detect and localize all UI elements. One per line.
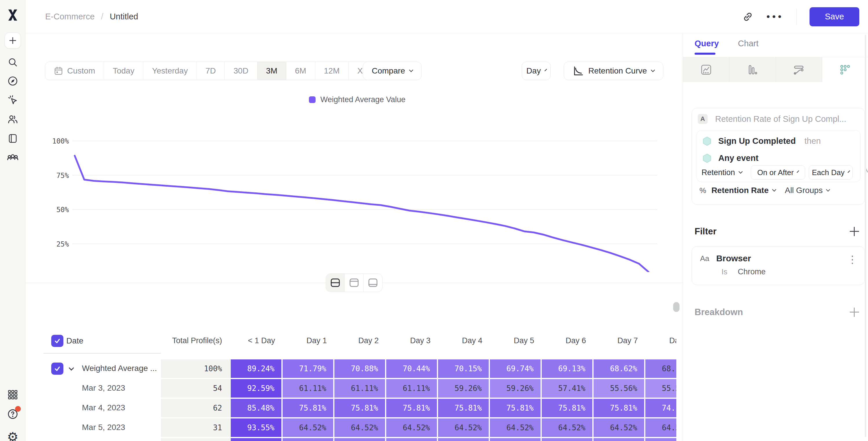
range-3m[interactable]: 3M (257, 62, 286, 80)
retention-cell[interactable]: 64.52% (645, 418, 676, 437)
breadcrumb-workspace[interactable]: E-Commerce (45, 12, 95, 22)
event-b-name[interactable]: Any event (718, 153, 758, 163)
retention-cell[interactable]: 70.88% (334, 359, 385, 378)
bucket-dropdown[interactable]: Each Day (809, 165, 852, 180)
retention-cell[interactable]: 89.36% (231, 438, 281, 441)
retention-cell[interactable]: 55.56% (645, 379, 676, 398)
range-30d[interactable]: 30D (225, 62, 257, 80)
retention-cell[interactable]: 75.81% (490, 399, 540, 417)
column-header--1-day[interactable]: < 1 Day (231, 336, 275, 345)
table-scrollbar-thumb[interactable] (673, 302, 680, 312)
retention-cell[interactable]: 74.19% (645, 399, 676, 417)
query-title[interactable]: Retention Rate of Sign Up Compl... (715, 114, 846, 124)
column-header-day-1[interactable]: Day 1 (283, 336, 327, 345)
filter-value[interactable]: Chrome (738, 267, 766, 276)
retention-table[interactable]: DateTotal Profile(s)< 1 DayDay 1Day 2Day… (26, 298, 676, 441)
retention-cell[interactable]: 70.15% (438, 359, 489, 378)
window-scrollbar[interactable] (865, 35, 866, 437)
retention-cell[interactable]: 64.52% (438, 418, 489, 437)
layout-split-button[interactable] (326, 274, 345, 292)
new-report-button[interactable] (5, 32, 21, 49)
range-yesterday[interactable]: Yesterday (143, 62, 197, 80)
column-header-day-7[interactable]: Day 7 (593, 336, 638, 345)
settings-gear-icon[interactable]: ⚙ (7, 431, 18, 441)
row-label[interactable]: Mar 3, 2023 (82, 383, 157, 393)
retention-cell[interactable]: 75.81% (593, 399, 644, 417)
total-profiles-cell[interactable]: 54 (161, 379, 231, 398)
event-a-name[interactable]: Sign Up Completed (718, 136, 796, 146)
retention-cell[interactable]: 63.83% (438, 438, 489, 441)
total-profiles-cell[interactable]: 47 (161, 438, 231, 441)
retention-cell[interactable]: 75.81% (334, 399, 385, 417)
retention-cell[interactable]: 92.59% (231, 379, 281, 398)
more-options-icon[interactable]: ••• (766, 11, 784, 22)
compass-icon[interactable] (7, 75, 18, 87)
retention-cell[interactable]: 69.13% (542, 359, 592, 378)
search-icon[interactable] (7, 57, 18, 67)
filter-property[interactable]: Browser (716, 253, 751, 263)
retention-cell[interactable]: 68.09% (283, 438, 333, 441)
column-header-total[interactable]: Total Profile(s) (161, 336, 222, 345)
select-all-checkbox[interactable] (51, 335, 63, 347)
retention-cell[interactable]: 61.11% (386, 379, 437, 398)
breadcrumb-report-title[interactable]: Untitled (110, 12, 138, 22)
total-profiles-cell[interactable]: 100% (161, 359, 231, 378)
retention-cell[interactable]: 64.52% (283, 418, 333, 437)
group-icon[interactable] (7, 153, 19, 164)
retention-cell[interactable]: 63.83% (490, 438, 540, 441)
measure-dropdown[interactable]: Retention Rate (711, 186, 776, 195)
filter-card[interactable]: Aa Browser ⋮ Is Chrome (692, 246, 865, 285)
add-filter-button[interactable] (849, 226, 860, 237)
range-7d[interactable]: 7D (197, 62, 225, 80)
tab-chart[interactable]: Chart (738, 39, 758, 55)
range-custom[interactable]: Custom (45, 62, 104, 80)
cursor-click-icon[interactable] (7, 95, 18, 106)
retention-cell[interactable]: 65.96% (334, 438, 385, 441)
range-today[interactable]: Today (104, 62, 143, 80)
viz-tab-retention-grid[interactable] (822, 57, 868, 82)
notebook-icon[interactable] (7, 133, 18, 144)
retention-cell[interactable]: 64.52% (386, 418, 437, 437)
tab-query[interactable]: Query (694, 39, 719, 55)
filter-menu-icon[interactable]: ⋮ (847, 253, 858, 265)
range-12m[interactable]: 12M (315, 62, 349, 80)
apps-grid-icon[interactable] (7, 389, 18, 400)
retention-cell[interactable]: 75.81% (542, 399, 592, 417)
retention-cell[interactable]: 70.44% (386, 359, 437, 378)
retention-cell[interactable]: 63.83% (542, 438, 592, 441)
retention-curve-chart[interactable]: 0%25%50%75%100%< 1 DayDay 5Day 10Day 15D… (26, 95, 683, 272)
column-header-day-4[interactable]: Day 4 (438, 336, 482, 345)
column-header-day-2[interactable]: Day 2 (334, 336, 379, 345)
retention-cell[interactable]: 64.52% (593, 418, 644, 437)
retention-cell[interactable]: 75.81% (386, 399, 437, 417)
share-link-icon[interactable] (742, 11, 754, 23)
save-button[interactable]: Save (809, 7, 859, 26)
retention-cell[interactable]: 71.79% (283, 359, 333, 378)
layout-bottom-button[interactable] (364, 274, 382, 292)
retention-cell[interactable]: 75.81% (283, 399, 333, 417)
add-breakdown-button[interactable] (849, 307, 860, 317)
filter-operator[interactable]: Is (721, 267, 727, 276)
row-label[interactable]: Weighted Average ... (82, 364, 157, 374)
retention-dropdown[interactable]: Retention (702, 168, 742, 177)
compare-button[interactable]: Compare (363, 62, 422, 80)
retention-cell[interactable]: 75.81% (438, 399, 489, 417)
retention-cell[interactable]: 55.56% (593, 379, 644, 398)
column-header-date[interactable]: Date (66, 336, 83, 346)
viz-tab-line-chart[interactable] (683, 57, 729, 82)
help-icon[interactable] (7, 408, 19, 420)
expand-chevron-icon[interactable] (69, 365, 74, 370)
users-icon[interactable] (7, 114, 18, 125)
column-header-day-3[interactable]: Day 3 (386, 336, 431, 345)
retention-cell[interactable]: 64.52% (542, 418, 592, 437)
retention-cell[interactable]: 68.62% (593, 359, 644, 378)
row-label[interactable]: Mar 4, 2023 (82, 403, 157, 413)
retention-cell[interactable]: 64.52% (490, 418, 540, 437)
operator-dropdown[interactable]: On or After (751, 165, 805, 180)
retention-cell[interactable]: 89.24% (231, 359, 281, 378)
retention-cell[interactable]: 57.41% (542, 379, 592, 398)
retention-cell[interactable]: 93.55% (231, 418, 281, 437)
chart-type-button[interactable]: Retention Curve (564, 62, 663, 80)
retention-cell[interactable]: 61.11% (334, 379, 385, 398)
retention-cell[interactable]: 69.74% (490, 359, 540, 378)
